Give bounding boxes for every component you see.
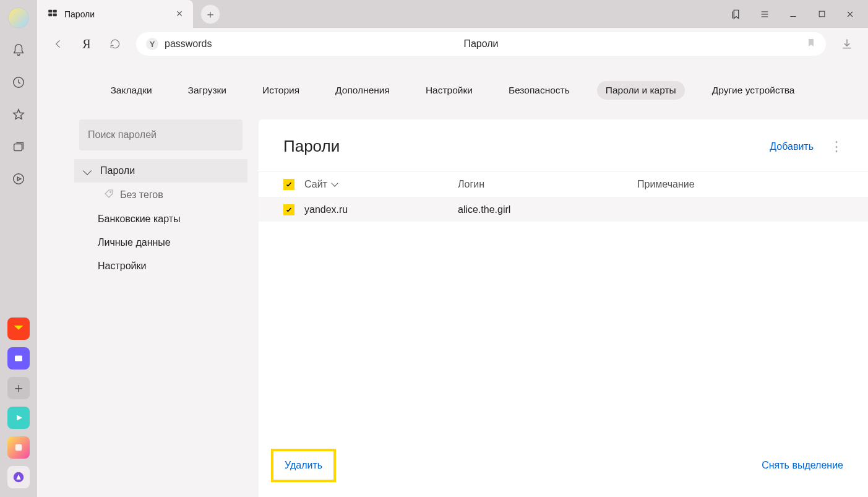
sidebar-item-label: Без тегов — [120, 189, 163, 201]
star-icon[interactable] — [8, 104, 29, 125]
address-bar[interactable]: Y passwords Пароли — [136, 32, 826, 56]
svg-point-2 — [14, 174, 24, 184]
menu-icon[interactable] — [750, 0, 779, 28]
tag-icon — [104, 189, 114, 201]
sidebar-item-label: Пароли — [100, 165, 135, 176]
more-icon[interactable] — [830, 145, 843, 149]
topmenu-addons[interactable]: Дополнения — [327, 81, 398, 100]
history-icon[interactable] — [8, 72, 29, 93]
sidebar-item-label: Банковские карты — [98, 214, 181, 225]
site-lock-icon: Y — [146, 38, 158, 50]
mail-app-icon[interactable] — [7, 318, 30, 340]
deselect-button[interactable]: Снять выделение — [762, 460, 843, 471]
svg-point-11 — [110, 191, 111, 192]
bookmark-icon[interactable] — [806, 38, 816, 50]
bell-icon[interactable] — [8, 40, 29, 61]
sidebar-item-settings[interactable]: Настройки — [74, 254, 247, 278]
settings-top-menu: Закладки Загрузки История Дополнения Нас… — [37, 60, 868, 115]
sidebar-item-no-tags[interactable]: Без тегов — [74, 183, 247, 207]
add-app-icon[interactable]: ＋ — [7, 377, 30, 399]
column-site[interactable]: Сайт — [304, 179, 458, 190]
tab-title: Пароли — [64, 9, 168, 19]
left-dock: ＋ — [0, 0, 37, 497]
music-app-icon[interactable] — [7, 407, 30, 429]
page-title: Пароли — [463, 38, 498, 50]
topmenu-bookmarks[interactable]: Закладки — [102, 81, 161, 100]
row-checkbox[interactable] — [283, 204, 294, 215]
cell-site: yandex.ru — [304, 204, 458, 215]
page-content: Закладки Загрузки История Дополнения Нас… — [37, 60, 868, 497]
chevron-down-icon — [83, 166, 92, 175]
topmenu-security[interactable]: Безопасность — [500, 81, 578, 100]
cell-login: alice.the.girl — [458, 204, 637, 215]
main-panel: Пароли Добавить Сайт Логин Примечание ya… — [259, 119, 868, 497]
svg-rect-9 — [53, 13, 57, 16]
play-circle-icon[interactable] — [8, 168, 29, 189]
svg-rect-4 — [15, 444, 22, 451]
topmenu-settings[interactable]: Настройки — [417, 81, 481, 100]
nav-bar: Я Y passwords Пароли — [37, 28, 868, 60]
close-icon[interactable]: × — [174, 9, 184, 19]
sidebar-item-label: Личные данные — [98, 237, 171, 248]
svg-rect-3 — [15, 356, 22, 361]
main-header: Пароли Добавить — [259, 119, 868, 171]
topmenu-downloads[interactable]: Загрузки — [179, 81, 235, 100]
table-row[interactable]: yandex.ru alice.the.girl — [259, 198, 868, 222]
back-icon[interactable] — [51, 37, 66, 51]
avatar[interactable] — [8, 7, 29, 28]
tab-strip: Пароли × ＋ — [37, 0, 868, 28]
yandex-home-icon[interactable]: Я — [79, 37, 94, 51]
delete-button[interactable]: Удалить — [271, 449, 336, 482]
sidebar-item-passwords[interactable]: Пароли — [74, 159, 247, 183]
tab-passwords[interactable]: Пароли × — [37, 0, 193, 28]
column-note[interactable]: Примечание — [637, 179, 843, 190]
window-controls — [722, 0, 864, 28]
svg-rect-6 — [48, 9, 52, 12]
collections-icon[interactable] — [8, 136, 29, 157]
assistant-app-icon[interactable] — [7, 466, 30, 488]
sidebar-item-bank-cards[interactable]: Банковские карты — [74, 207, 247, 231]
topmenu-history[interactable]: История — [254, 81, 308, 100]
select-all-checkbox[interactable] — [283, 179, 294, 190]
svg-rect-10 — [819, 11, 825, 17]
close-window-button[interactable] — [836, 0, 864, 28]
bookmarks-bar-icon[interactable] — [722, 0, 750, 28]
tab-favicon-icon — [47, 7, 58, 21]
main-footer: Удалить Снять выделение — [259, 438, 868, 497]
topmenu-passwords[interactable]: Пароли и карты — [597, 81, 685, 100]
left-panel: Пароли Без тегов Банковские карты Личные… — [74, 119, 247, 278]
downloads-icon[interactable] — [840, 37, 854, 51]
dock-bottom: ＋ — [0, 318, 37, 488]
add-button[interactable]: Добавить — [770, 141, 814, 152]
new-tab-button[interactable]: ＋ — [200, 4, 220, 24]
search-passwords[interactable] — [79, 119, 243, 150]
svg-rect-8 — [48, 13, 52, 16]
chevron-down-icon — [331, 179, 338, 186]
address-text: passwords — [165, 38, 212, 50]
topmenu-devices[interactable]: Другие устройства — [703, 81, 804, 100]
svg-rect-7 — [53, 9, 57, 12]
maximize-button[interactable] — [807, 0, 836, 28]
kinopoisk-app-icon[interactable] — [7, 347, 30, 370]
reload-icon[interactable] — [108, 37, 122, 51]
table-header: Сайт Логин Примечание — [259, 171, 868, 198]
sidebar-item-label: Настройки — [98, 261, 146, 272]
column-label: Сайт — [304, 179, 327, 190]
svg-rect-1 — [14, 144, 22, 150]
main-title: Пароли — [283, 137, 770, 156]
search-input[interactable] — [88, 129, 234, 140]
column-login[interactable]: Логин — [458, 179, 637, 190]
sidebar-item-personal-data[interactable]: Личные данные — [74, 231, 247, 254]
alice-app-icon[interactable] — [7, 436, 30, 459]
minimize-button[interactable] — [779, 0, 807, 28]
